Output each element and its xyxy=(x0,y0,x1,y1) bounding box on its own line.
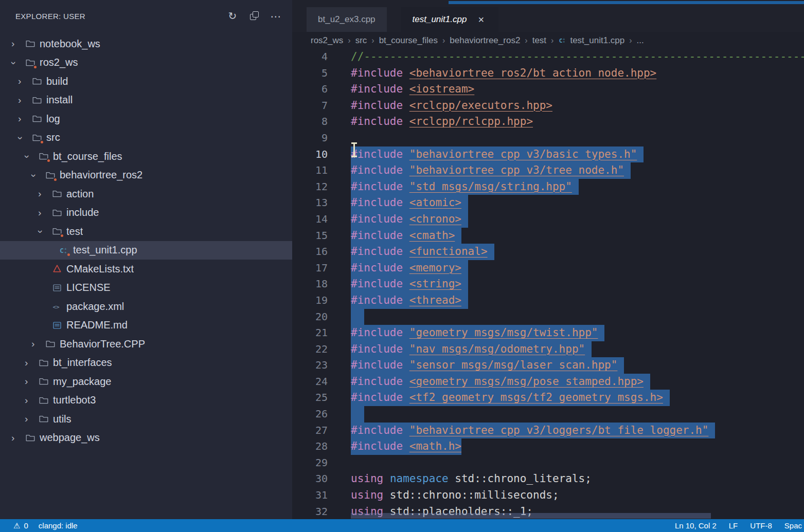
tree-item-label: utils xyxy=(53,413,72,425)
problems-indicator[interactable]: ⚠ 0 xyxy=(13,521,28,530)
code-token: std::chrono_literals; xyxy=(449,472,592,485)
code-line[interactable]: 24#include <geometry_msgs/msg/pose_stamp… xyxy=(292,374,804,390)
tree-item-include[interactable]: ›include xyxy=(0,204,292,223)
tree-item-utils[interactable]: ›utils xyxy=(0,410,292,429)
encoding-indicator[interactable]: UTF-8 xyxy=(750,521,772,530)
tree-item-webpage-ws[interactable]: ›webpage_ws xyxy=(0,429,292,448)
tab-bar: bt_u2_ex3.cpptest_unit1.cpp× xyxy=(292,0,804,32)
code-line[interactable]: 15#include <cmath> xyxy=(292,228,804,244)
breadcrumb-item-test[interactable]: test xyxy=(532,35,546,46)
tree-item-bt-course-files[interactable]: ›bt_course_files xyxy=(0,147,292,166)
code-line[interactable]: 27#include "behaviortree_cpp_v3/loggers/… xyxy=(292,423,804,439)
code-editor[interactable]: 4//-------------------------------------… xyxy=(292,49,804,519)
code-line[interactable]: 30using namespace std::chrono_literals; xyxy=(292,471,804,487)
code-line[interactable]: 13#include <atomic> xyxy=(292,195,804,211)
selection-highlight: #include <atomic> xyxy=(351,195,468,211)
code-token xyxy=(403,359,409,371)
tree-item-license[interactable]: LICENSE xyxy=(0,279,292,298)
code-line[interactable]: 17#include <memory> xyxy=(292,260,804,277)
code-line[interactable]: 28#include <math.h> xyxy=(292,438,804,455)
line-number: 31 xyxy=(292,487,328,504)
tree-item-package-xml[interactable]: <>package.xml xyxy=(0,297,292,316)
tree-item-notebook-ws[interactable]: ›notebook_ws xyxy=(0,34,292,53)
code-line[interactable]: 20 xyxy=(292,309,804,325)
tree-item-log[interactable]: ›log xyxy=(0,109,292,129)
code-line[interactable]: 9 xyxy=(292,130,804,146)
tree-item-install[interactable]: ›install xyxy=(0,91,292,110)
code-line[interactable]: 16#include <functional> xyxy=(292,244,804,260)
line-content: #include <chrono> xyxy=(351,211,468,228)
line-content: #include <rclcpp/executors.hpp> xyxy=(351,98,552,114)
code-line[interactable]: 19#include <thread> xyxy=(292,292,804,309)
tree-item-bt-interfaces[interactable]: ›bt_interfaces xyxy=(0,354,292,373)
code-line[interactable]: 21#include "geometry_msgs/msg/twist.hpp" xyxy=(292,325,804,341)
code-line[interactable]: 31using std::chrono::milliseconds; xyxy=(292,487,804,504)
eol-indicator[interactable]: LF xyxy=(729,521,738,530)
code-line[interactable]: 11#include "behaviortree_cpp_v3/tree_nod… xyxy=(292,162,804,179)
tree-item-behaviortree-cpp[interactable]: ›BehaviorTree.CPP xyxy=(0,335,292,354)
code-token: std::chrono::milliseconds; xyxy=(383,489,559,501)
indentation-indicator[interactable]: Spac xyxy=(784,521,802,530)
code-token: #include xyxy=(351,99,403,112)
chevron-down-icon: › xyxy=(17,132,31,143)
tree-item-ros2-ws[interactable]: ›ros2_ws xyxy=(0,53,292,72)
code-line[interactable]: 29 xyxy=(292,455,804,471)
breadcrumb-item-ros2-ws[interactable]: ros2_ws xyxy=(311,35,343,46)
code-line[interactable]: 7#include <rclcpp/executors.hpp> xyxy=(292,98,804,114)
code-token: #include xyxy=(351,391,403,403)
folder-icon xyxy=(38,376,49,387)
editor-area: bt_u2_ex3.cpptest_unit1.cpp× ros2_ws›src… xyxy=(292,0,804,519)
breadcrumb-item-test-unit1-cpp[interactable]: C++test_unit1.cpp xyxy=(558,35,624,46)
code-line[interactable]: 22#include "nav_msgs/msg/odometry.hpp" xyxy=(292,341,804,358)
code-line[interactable]: 5#include <behaviortree_ros2/bt_action_n… xyxy=(292,65,804,82)
tree-item-test[interactable]: ›test xyxy=(0,222,292,241)
line-content: #include <behaviortree_ros2/bt_action_no… xyxy=(351,65,656,82)
tree-item-readme-md[interactable]: README.md xyxy=(0,316,292,335)
tree-item-build[interactable]: ›build xyxy=(0,72,292,91)
code-line[interactable]: 8#include <rclcpp/rclcpp.hpp> xyxy=(292,114,804,130)
tree-item-cmakelists-txt[interactable]: CMakeLists.txt xyxy=(0,260,292,279)
selection-highlight: #include <cmath> xyxy=(351,228,461,244)
code-line[interactable]: 4//-------------------------------------… xyxy=(292,49,804,65)
code-line[interactable]: 26 xyxy=(292,406,804,423)
tree-item-test-unit1-cpp[interactable]: C++test_unit1.cpp xyxy=(0,241,292,260)
explorer-title: EXPLORER: USER xyxy=(15,12,224,21)
code-token: <rclcpp/rclcpp.hpp> xyxy=(409,115,533,127)
line-content: #include <cmath> xyxy=(351,228,461,244)
horizontal-scrollbar[interactable] xyxy=(351,513,711,519)
code-line[interactable]: 23#include "sensor_msgs/msg/laser_scan.h… xyxy=(292,357,804,374)
refresh-explorer-icon[interactable]: ↻ xyxy=(224,8,241,24)
more-actions-icon[interactable]: … xyxy=(267,8,284,24)
code-line[interactable]: 14#include <chrono> xyxy=(292,211,804,228)
close-icon[interactable]: × xyxy=(475,13,487,26)
code-line[interactable]: 18#include <string> xyxy=(292,276,804,292)
code-token: #include xyxy=(351,164,403,176)
tab-test-unit1-cpp[interactable]: test_unit1.cpp× xyxy=(401,7,499,32)
code-line[interactable]: 25#include <tf2_geometry_msgs/tf2_geomet… xyxy=(292,390,804,406)
breadcrumb-item-src[interactable]: src xyxy=(355,35,367,46)
chevron-right-icon: › xyxy=(10,38,25,49)
cursor-position[interactable]: Ln 10, Col 2 xyxy=(675,521,717,530)
code-line[interactable]: 10#include "behaviortree_cpp_v3/basic_ty… xyxy=(292,146,804,163)
collapse-folders-icon[interactable] xyxy=(246,8,262,24)
breadcrumb-item-[interactable]: ... xyxy=(637,35,644,46)
folder-icon xyxy=(45,170,56,181)
code-line[interactable]: 12#include "std_msgs/msg/string.hpp" xyxy=(292,179,804,195)
svg-text:C: C xyxy=(60,247,64,254)
code-token xyxy=(403,115,409,127)
language-server-status[interactable]: clangd: idle xyxy=(39,521,78,530)
breadcrumb-item-behaviortree-ros2[interactable]: behaviortree_ros2 xyxy=(450,35,520,46)
code-token: namespace xyxy=(390,472,449,485)
tree-item-src[interactable]: ›src xyxy=(0,129,292,148)
tree-item-action[interactable]: ›action xyxy=(0,185,292,204)
code-token xyxy=(403,67,409,79)
code-token: "sensor_msgs/msg/laser_scan.hpp" xyxy=(409,359,618,371)
code-token xyxy=(403,180,409,193)
tree-item-turtlebot3[interactable]: ›turtlebot3 xyxy=(0,391,292,410)
code-line[interactable]: 6#include <iostream> xyxy=(292,81,804,98)
tab-bt-u2-ex3-cpp[interactable]: bt_u2_ex3.cpp xyxy=(307,7,387,32)
tree-item-behaviortree-ros2[interactable]: ›behaviortree_ros2 xyxy=(0,166,292,185)
code-token: #include xyxy=(351,326,403,339)
tree-item-my-package[interactable]: ›my_package xyxy=(0,372,292,391)
breadcrumb-item-bt-course-files[interactable]: bt_course_files xyxy=(379,35,438,46)
